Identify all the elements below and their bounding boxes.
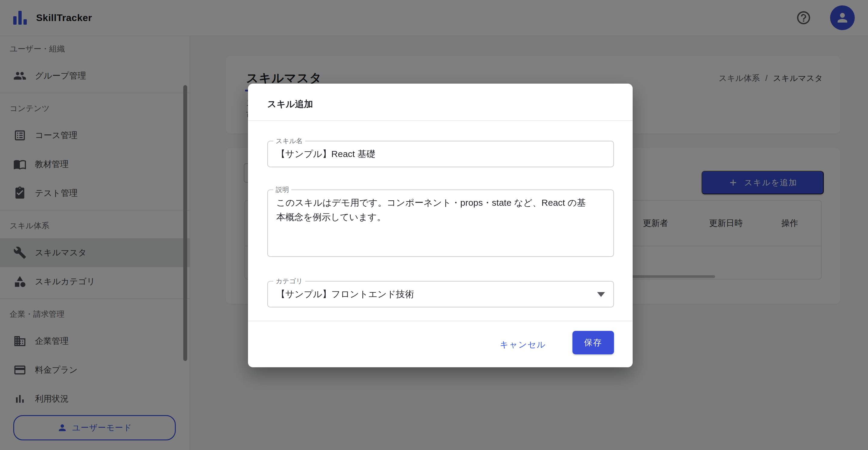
dialog-actions-divider [248, 321, 633, 321]
description-field[interactable]: 説明このスキルはデモ用です。コンポーネント・props・state など、Rea… [267, 190, 614, 257]
dialog-title: スキル追加 [267, 98, 313, 110]
field-value: 【サンプル】フロントエンド技術 [276, 282, 586, 307]
add-skill-dialog: スキル追加 スキル名【サンプル】React 基礎説明このスキルはデモ用です。コン… [248, 84, 633, 367]
dropdown-arrow-icon [597, 292, 605, 297]
category-field[interactable]: カテゴリ【サンプル】フロントエンド技術 [267, 281, 614, 308]
cancel-button[interactable]: キャンセル [495, 336, 551, 353]
save-button[interactable]: 保存 [572, 331, 614, 354]
dialog-header-divider [248, 120, 633, 121]
field-value: 【サンプル】React 基礎 [276, 141, 586, 167]
skill-name-field[interactable]: スキル名【サンプル】React 基礎 [267, 141, 614, 167]
field-value: このスキルはデモ用です。コンポーネント・props・state など、React… [276, 190, 586, 256]
